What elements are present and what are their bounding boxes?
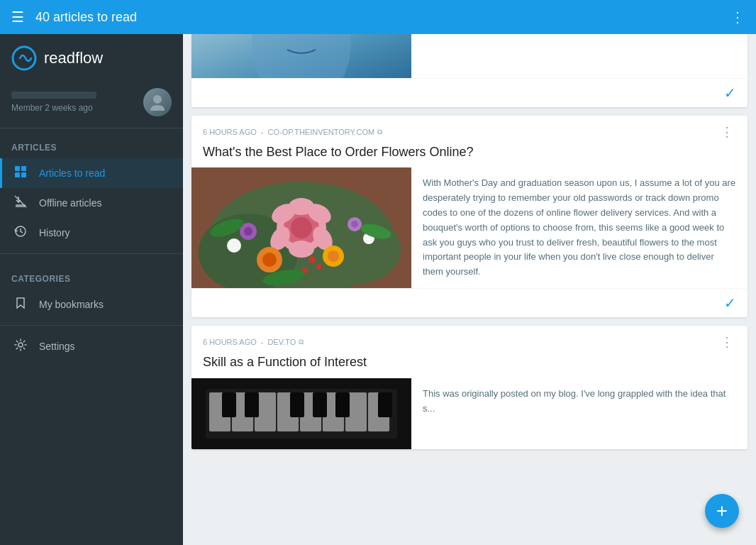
article-1-header: 6 HOURS AGO - CO-OP.THEINVENTORY.COM ⧉ ⋮ (191, 116, 747, 144)
svg-point-21 (291, 217, 312, 238)
articles-to-read-icon (13, 165, 28, 181)
sidebar-articles-label: Articles (0, 128, 183, 158)
sidebar-item-label-articles-to-read: Articles to read (39, 167, 105, 179)
article-2-more-button[interactable]: ⋮ (718, 334, 736, 350)
sidebar-categories-label: Categories (0, 260, 183, 290)
svg-point-31 (351, 221, 358, 228)
svg-point-27 (289, 241, 314, 258)
sidebar-item-articles-to-read[interactable]: Articles to read (0, 158, 183, 188)
svg-rect-3 (21, 166, 26, 171)
article-2-source: DEV.TO ⧉ (267, 338, 304, 346)
article-1-source: CO-OP.THEINVENTORY.COM ⧉ (267, 128, 382, 136)
sidebar-item-label-offline-articles: Offline articles (39, 197, 101, 209)
topbar-more-icon[interactable]: ⋮ (730, 9, 745, 26)
article-card-2: 6 HOURS AGO - DEV.TO ⧉ ⋮ Skill as a Func… (191, 326, 747, 448)
svg-point-26 (289, 198, 314, 215)
piano-svg (191, 378, 411, 449)
settings-icon (13, 338, 28, 354)
article-1-footer: ✓ (191, 288, 747, 317)
article-1-body: With Mother's Day and graduation season … (191, 167, 747, 288)
article-0-text: specific-skills? (411, 34, 747, 78)
fab-button[interactable]: + (705, 494, 739, 528)
article-card-0: specific-skills? ✓ (191, 34, 747, 107)
article-0-image (191, 34, 411, 78)
svg-rect-5 (21, 172, 26, 177)
svg-point-1 (153, 95, 162, 104)
svg-rect-61 (191, 378, 411, 449)
sidebar: readflow Member 2 weeks ago Articles (0, 34, 183, 545)
article-0-body: specific-skills? (191, 34, 747, 78)
topbar-title: 40 articles to read (35, 10, 137, 25)
offline-articles-icon (13, 195, 28, 211)
article-1-more-button[interactable]: ⋮ (718, 124, 736, 140)
sidebar-logo-text: readflow (44, 49, 103, 67)
article-1-title: What's the Best Place to Order Flowers O… (191, 144, 747, 167)
article-2-separator: - (261, 338, 264, 346)
sidebar-item-bookmarks[interactable]: My bookmarks (0, 290, 183, 319)
svg-point-35 (328, 251, 339, 262)
external-link-icon-1[interactable]: ⧉ (377, 128, 382, 136)
topbar: ☰ 40 articles to read ⋮ (0, 0, 756, 34)
svg-point-29 (244, 227, 252, 236)
sidebar-item-label-bookmarks: My bookmarks (39, 299, 104, 310)
article-2-title: Skill as a Function of Interest (191, 354, 747, 378)
menu-icon[interactable]: ☰ (11, 9, 24, 26)
article-2-header: 6 HOURS AGO - DEV.TO ⧉ ⋮ (191, 326, 747, 354)
content-area: specific-skills? ✓ 6 HOURS AGO - CO-OP.T… (183, 34, 756, 545)
svg-rect-2 (15, 166, 20, 171)
article-card-1: 6 HOURS AGO - CO-OP.THEINVENTORY.COM ⧉ ⋮… (191, 116, 747, 317)
svg-point-39 (316, 264, 322, 270)
sidebar-item-label-history: History (39, 227, 70, 238)
portrait-svg (191, 34, 411, 78)
article-1-separator: - (261, 128, 264, 136)
external-link-icon-2[interactable]: ⧉ (299, 338, 304, 346)
svg-point-36 (227, 238, 241, 253)
sidebar-user-info: Member 2 weeks ago (11, 92, 96, 113)
svg-point-38 (308, 256, 316, 263)
bookmarks-icon (13, 297, 28, 312)
readflow-logo-icon (11, 45, 37, 71)
article-1-check-icon[interactable]: ✓ (724, 294, 736, 312)
svg-point-8 (18, 343, 23, 347)
history-icon (13, 225, 28, 241)
article-0-check-icon[interactable]: ✓ (724, 84, 736, 101)
sidebar-item-label-settings: Settings (39, 341, 75, 352)
sidebar-item-settings[interactable]: Settings (0, 331, 183, 361)
sidebar-item-offline-articles[interactable]: Offline articles (0, 188, 183, 218)
article-2-meta: 6 HOURS AGO - DEV.TO ⧉ (203, 338, 304, 346)
article-0-footer: ✓ (191, 78, 747, 107)
sidebar-divider-2 (0, 325, 183, 326)
avatar-person-icon (148, 92, 167, 112)
sidebar-user-since: Member 2 weeks ago (11, 103, 96, 113)
sidebar-divider-1 (0, 253, 183, 254)
main-layout: readflow Member 2 weeks ago Articles (0, 34, 756, 545)
svg-point-9 (252, 34, 351, 78)
article-1-meta: 6 HOURS AGO - CO-OP.THEINVENTORY.COM ⧉ (203, 128, 382, 136)
article-2-image (191, 378, 411, 449)
sidebar-user: Member 2 weeks ago (0, 77, 183, 128)
topbar-left: ☰ 40 articles to read (11, 9, 137, 26)
article-2-text: This was originally posted on my blog. I… (411, 378, 747, 449)
sidebar-logo-area: readflow (0, 34, 183, 77)
avatar (143, 88, 172, 116)
article-1-time: 6 HOURS AGO (203, 128, 257, 136)
article-2-time: 6 HOURS AGO (203, 338, 257, 346)
svg-rect-4 (15, 172, 20, 177)
article-1-image (191, 167, 411, 288)
article-2-body: This was originally posted on my blog. I… (191, 378, 747, 449)
flowers-svg (191, 167, 411, 288)
sidebar-item-history[interactable]: History (0, 218, 183, 248)
avatar-image (143, 88, 172, 116)
svg-point-33 (262, 253, 277, 267)
article-1-text: With Mother's Day and graduation season … (411, 167, 747, 288)
sidebar-user-name-blurred (11, 92, 96, 99)
